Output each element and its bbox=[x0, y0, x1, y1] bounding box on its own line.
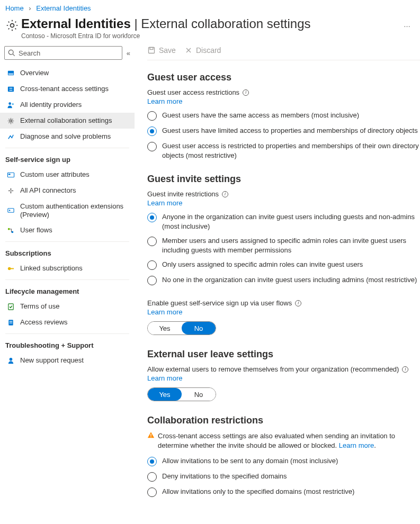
info-icon[interactable]: i bbox=[295, 300, 301, 306]
gua-radio-group: Guest users have the same access as memb… bbox=[147, 111, 420, 160]
svg-rect-19 bbox=[9, 322, 12, 323]
gua-option-2[interactable]: Guest user access is restricted to prope… bbox=[147, 141, 420, 160]
svg-point-5 bbox=[8, 102, 11, 105]
nav-user-flows[interactable]: User flows bbox=[0, 222, 135, 238]
euls-toggle[interactable]: Yes No bbox=[147, 387, 216, 401]
svg-rect-16 bbox=[8, 304, 13, 310]
svg-rect-18 bbox=[9, 321, 12, 321]
gis-selfservice-toggle[interactable]: Yes No bbox=[147, 321, 216, 335]
clipboard-icon bbox=[6, 318, 15, 327]
diagnose-icon bbox=[6, 132, 15, 141]
search-input[interactable]: Search bbox=[4, 46, 122, 60]
gua-restrictions-label: Guest user access restrictions i bbox=[147, 88, 420, 96]
radio-icon bbox=[147, 260, 157, 270]
nav-auth-extensions[interactable]: Custom authentication extensions (Previe… bbox=[0, 198, 135, 222]
gis-selfservice-label: Enable guest self-service sign up via us… bbox=[147, 299, 420, 307]
collab-learn-more[interactable]: Learn more bbox=[339, 441, 374, 449]
connector-icon bbox=[6, 186, 15, 195]
section-guest-invite-title: Guest invite settings bbox=[147, 174, 420, 185]
svg-rect-10 bbox=[7, 209, 13, 213]
euls-learn-more[interactable]: Learn more bbox=[147, 374, 420, 382]
cr-radio-group: Allow invitations to be sent to any doma… bbox=[147, 456, 420, 497]
nav-external-collaboration[interactable]: External collaboration settings bbox=[0, 113, 135, 129]
svg-rect-22 bbox=[150, 48, 153, 50]
radio-icon bbox=[147, 142, 157, 151]
toggle-no[interactable]: No bbox=[182, 322, 216, 335]
nav-access-reviews[interactable]: Access reviews bbox=[0, 314, 135, 330]
nav-terms-of-use[interactable]: Terms of use bbox=[0, 299, 135, 314]
radio-icon bbox=[147, 276, 157, 285]
gis-option-3[interactable]: No one in the organization can invite gu… bbox=[147, 275, 420, 285]
toggle-yes[interactable]: Yes bbox=[148, 388, 182, 401]
info-icon[interactable]: i bbox=[243, 89, 249, 96]
gis-restrictions-label: Guest invite restrictions i bbox=[147, 190, 420, 198]
radio-icon bbox=[147, 487, 157, 497]
nav-header-self-service: Self-service sign up bbox=[0, 151, 135, 167]
search-placeholder: Search bbox=[19, 49, 40, 57]
globe-icon bbox=[6, 69, 15, 77]
sidebar: Search « Overview Cross-tenant access se… bbox=[0, 43, 135, 517]
nav-api-connectors[interactable]: All API connectors bbox=[0, 183, 135, 198]
gua-option-1[interactable]: Guest users have limited access to prope… bbox=[147, 126, 420, 136]
toggle-no[interactable]: No bbox=[182, 388, 216, 401]
gis-learn-more[interactable]: Learn more bbox=[147, 199, 420, 207]
gear-icon bbox=[3, 16, 21, 32]
svg-point-1 bbox=[8, 50, 13, 55]
nav-linked-subscriptions[interactable]: Linked subscriptions bbox=[0, 260, 135, 276]
svg-point-6 bbox=[12, 103, 13, 104]
gis-selfservice-learn-more[interactable]: Learn more bbox=[147, 308, 420, 316]
people-icon bbox=[6, 101, 15, 109]
gis-option-0[interactable]: Anyone in the organization can invite gu… bbox=[147, 212, 420, 231]
svg-point-20 bbox=[9, 358, 12, 361]
gis-option-2[interactable]: Only users assigned to specific admin ro… bbox=[147, 260, 420, 270]
svg-rect-21 bbox=[149, 48, 155, 53]
nav-overview[interactable]: Overview bbox=[0, 65, 135, 81]
radio-icon bbox=[147, 127, 157, 136]
discard-icon bbox=[184, 46, 193, 55]
breadcrumb: Home › External Identities bbox=[0, 0, 420, 14]
radio-icon bbox=[147, 213, 157, 222]
nav-new-support-request[interactable]: New support request bbox=[0, 353, 135, 368]
cr-option-1[interactable]: Deny invitations to the specified domain… bbox=[147, 472, 420, 482]
svg-rect-3 bbox=[8, 73, 13, 75]
extension-icon bbox=[6, 206, 15, 215]
nav-diagnose[interactable]: Diagnose and solve problems bbox=[0, 129, 135, 144]
nav-header-lifecycle: Lifecycle management bbox=[0, 283, 135, 299]
gua-option-0[interactable]: Guest users have the same access as memb… bbox=[147, 111, 420, 121]
svg-point-7 bbox=[10, 120, 12, 122]
key-icon bbox=[6, 264, 15, 273]
more-actions-button[interactable]: … bbox=[404, 16, 415, 29]
section-guest-user-access-title: Guest user access bbox=[147, 72, 420, 83]
sidebar-collapse-button[interactable]: « bbox=[127, 49, 130, 57]
gear-icon bbox=[6, 116, 15, 125]
svg-point-11 bbox=[8, 210, 10, 211]
info-icon[interactable]: i bbox=[402, 366, 408, 373]
gua-learn-more[interactable]: Learn more bbox=[147, 97, 420, 105]
info-icon[interactable]: i bbox=[222, 191, 228, 197]
cr-option-0[interactable]: Allow invitations to be sent to any doma… bbox=[147, 456, 420, 466]
euls-label: Allow external users to remove themselve… bbox=[147, 365, 420, 373]
svg-point-12 bbox=[7, 228, 10, 230]
svg-rect-4 bbox=[7, 86, 13, 91]
discard-button[interactable]: Discard bbox=[184, 46, 221, 55]
breadcrumb-external-identities[interactable]: External Identities bbox=[36, 4, 91, 12]
radio-icon bbox=[147, 457, 157, 466]
save-icon bbox=[147, 46, 156, 55]
nav-custom-attributes[interactable]: Custom user attributes bbox=[0, 167, 135, 183]
svg-rect-9 bbox=[8, 174, 10, 175]
gis-option-1[interactable]: Member users and users assigned to speci… bbox=[147, 236, 420, 255]
gis-radio-group: Anyone in the organization can invite gu… bbox=[147, 212, 420, 285]
radio-icon bbox=[147, 111, 157, 121]
nav-identity-providers[interactable]: All identity providers bbox=[0, 97, 135, 113]
search-icon bbox=[8, 49, 15, 57]
nav-cross-tenant[interactable]: Cross-tenant access settings bbox=[0, 81, 135, 97]
toggle-yes[interactable]: Yes bbox=[148, 322, 182, 335]
svg-point-0 bbox=[11, 24, 14, 28]
tenant-label: Contoso - Microsoft Entra ID for workfor… bbox=[21, 32, 311, 40]
cr-option-2[interactable]: Allow invitations only to the specified … bbox=[147, 487, 420, 497]
save-button[interactable]: Save bbox=[147, 46, 176, 55]
svg-rect-23 bbox=[150, 434, 151, 436]
breadcrumb-separator: › bbox=[29, 4, 31, 12]
settings-arrows-icon bbox=[6, 85, 15, 93]
breadcrumb-home[interactable]: Home bbox=[5, 4, 24, 12]
